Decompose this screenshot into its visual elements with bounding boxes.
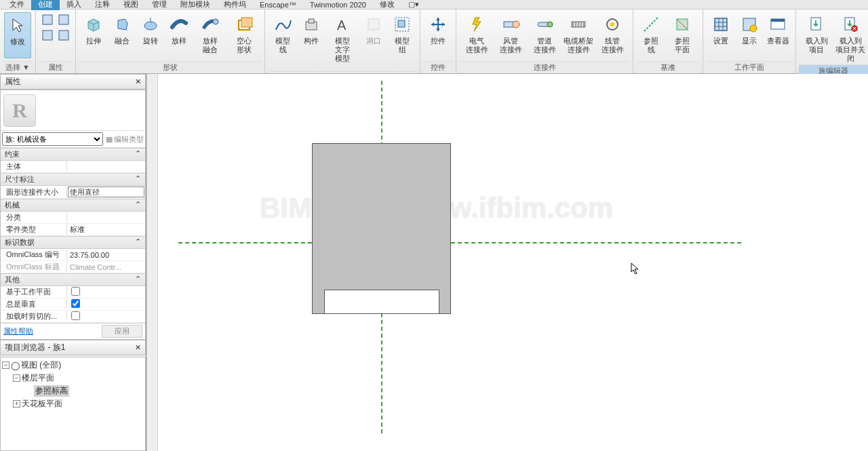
prop-section-header[interactable]: 尺寸标注⌃ (1, 173, 145, 186)
ref-plane-button[interactable]: 参照平面 (666, 12, 698, 57)
prop-value[interactable]: 23.75.00.00 (67, 251, 145, 259)
tree-twisty-icon[interactable]: + (13, 400, 20, 408)
cable-icon (568, 14, 589, 35)
wire-conn-button[interactable]: 线管连接件 (596, 12, 629, 57)
set-button[interactable]: 设置 (707, 12, 734, 57)
model-geometry-body[interactable] (312, 143, 451, 314)
collapse-icon[interactable]: ⌃ (135, 237, 141, 248)
prop-checkbox[interactable] (71, 287, 80, 296)
void-button[interactable]: 空心形状 (228, 12, 260, 57)
prop-row[interactable]: 加载时剪切的... (1, 311, 145, 323)
model-group-button[interactable]: 模型组 (389, 12, 416, 57)
menu-manage[interactable]: 管理 (145, 0, 174, 9)
prop-row[interactable]: OmniClass 标题Climate Contr... (1, 261, 145, 273)
prop-key: 分类 (1, 212, 67, 222)
prop-row[interactable]: 主体 (1, 161, 145, 173)
load-proj-button[interactable]: 载入到项目 (800, 12, 833, 57)
sweep-button[interactable]: 放样 (165, 12, 193, 57)
menu-annotate[interactable]: 注释 (88, 0, 117, 9)
prop-row[interactable]: 圆形连接件大小使用直径 (1, 186, 145, 199)
prop-section-header[interactable]: 约束⌃ (1, 148, 145, 161)
apply-button[interactable]: 应用 (102, 325, 142, 338)
prop-mini-1-1[interactable] (56, 28, 71, 43)
collapse-icon[interactable]: ⌃ (135, 174, 141, 184)
show-button[interactable]: 显示 (736, 12, 763, 57)
model-text-button[interactable]: A模型文字模型 (326, 12, 359, 64)
camera-dropdown-icon[interactable]: ▢▾ (401, 0, 426, 9)
extrude-button[interactable]: 拉伸 (80, 12, 107, 57)
close-icon[interactable]: ✕ (135, 343, 141, 352)
prop-section-header[interactable]: 其他⌃ (1, 273, 145, 286)
opening-button[interactable]: 洞口 (360, 12, 387, 57)
menu-addins[interactable]: 附加模块 (174, 0, 217, 9)
load-close-button[interactable]: 载入到项目并关闭 (834, 12, 867, 64)
blend-button[interactable]: 融合 (108, 12, 136, 57)
prop-key: OmniClass 编号 (1, 250, 67, 260)
close-icon[interactable]: ✕ (135, 77, 141, 86)
modify-button[interactable]: 修改 (4, 12, 31, 58)
model-line-button[interactable]: 模型线 (269, 12, 296, 57)
prop-row[interactable]: OmniClass 编号23.75.00.00 (1, 249, 145, 261)
cable-conn-button[interactable]: 电缆桥架连接件 (562, 12, 595, 57)
prop-section-header[interactable]: 机械⌃ (1, 199, 145, 212)
drawing-canvas[interactable]: BIM教程网|www.ifbim.com (146, 74, 868, 451)
prop-mini-0-1[interactable] (40, 28, 55, 43)
prop-value[interactable]: 使用直径 (68, 187, 144, 197)
menu-view[interactable]: 视图 (117, 0, 145, 9)
ref-line-button[interactable]: 参照线 (637, 12, 665, 57)
vertical-scrollbar[interactable] (147, 74, 158, 451)
prop-mini-1-0[interactable] (56, 12, 71, 27)
type-selector[interactable]: 族: 机械设备 (2, 132, 103, 146)
prop-value[interactable] (67, 311, 145, 321)
control-button[interactable]: 控件 (425, 12, 452, 57)
prop-value[interactable]: 标准 (67, 224, 145, 235)
properties-header[interactable]: 属性 ✕ (0, 74, 146, 90)
model-geometry-cutout[interactable] (324, 290, 439, 313)
ref-plane-horizontal[interactable] (178, 242, 741, 243)
tree-twisty-icon[interactable]: − (2, 361, 9, 369)
menu-twinmotion[interactable]: Twinmotion 2020 (303, 1, 373, 9)
prop-value[interactable] (67, 287, 145, 297)
prop-value[interactable] (67, 299, 145, 309)
tree-label: 参照标高 (34, 385, 69, 397)
canvas-viewport[interactable]: BIM教程网|www.ifbim.com (158, 74, 868, 451)
menu-file[interactable]: 文件 (3, 0, 31, 9)
browser-header[interactable]: 项目浏览器 - 族1 ✕ (0, 340, 146, 355)
sweep-blend-button[interactable]: 放样融合 (194, 12, 226, 57)
svg-text:A: A (337, 18, 347, 33)
prop-checkbox[interactable] (71, 299, 80, 308)
prop-row[interactable]: 分类 (1, 212, 145, 224)
component-button[interactable]: 构件 (298, 12, 325, 57)
collapse-icon[interactable]: ⌃ (135, 275, 141, 285)
pipe-conn-button[interactable]: 管道连接件 (528, 12, 561, 57)
tree-item[interactable]: +天花板平面 (2, 397, 144, 410)
menu-modify[interactable]: 修改 (373, 0, 401, 9)
prop-checkbox[interactable] (71, 311, 80, 320)
viewer-button[interactable]: 查看器 (764, 12, 791, 57)
tree-twisty-icon[interactable]: − (13, 374, 20, 382)
prop-value[interactable]: Climate Contr... (67, 263, 145, 271)
prop-row[interactable]: 零件类型标准 (1, 224, 145, 236)
tree-item[interactable]: 参照标高 (2, 385, 144, 397)
collapse-icon[interactable]: ⌃ (135, 200, 141, 210)
prop-row[interactable]: 基于工作平面 (1, 286, 145, 298)
edit-type-button[interactable]: ▦ 编辑类型 (106, 134, 144, 144)
menu-create[interactable]: 创建 (31, 0, 60, 10)
properties-title: 属性 (5, 76, 21, 87)
rotate-button[interactable]: 旋转 (137, 12, 164, 57)
prop-row[interactable]: 总是垂直 (1, 298, 145, 311)
menu-insert[interactable]: 插入 (60, 0, 88, 9)
tree-item[interactable]: −楼层平面 (2, 372, 144, 385)
menu-goujianwu[interactable]: 构件坞 (217, 0, 253, 9)
svg-point-15 (513, 21, 519, 28)
prop-section-header[interactable]: 标识数据⌃ (1, 236, 145, 249)
elec-conn-button[interactable]: 电气连接件 (460, 12, 493, 57)
control-icon (427, 14, 449, 35)
menu-enscape[interactable]: Enscape™ (253, 1, 303, 9)
properties-help-link[interactable]: 属性帮助 (3, 326, 33, 336)
ribbon: 修改选择 ▼属性拉伸融合旋转放样放样融合空心形状形状模型线构件A模型文字模型洞口… (0, 9, 868, 74)
tree-item[interactable]: −◯视图 (全部) (2, 359, 144, 372)
prop-mini-0-0[interactable] (40, 12, 55, 27)
duct-conn-button[interactable]: 风管连接件 (494, 12, 527, 57)
collapse-icon[interactable]: ⌃ (135, 149, 141, 159)
